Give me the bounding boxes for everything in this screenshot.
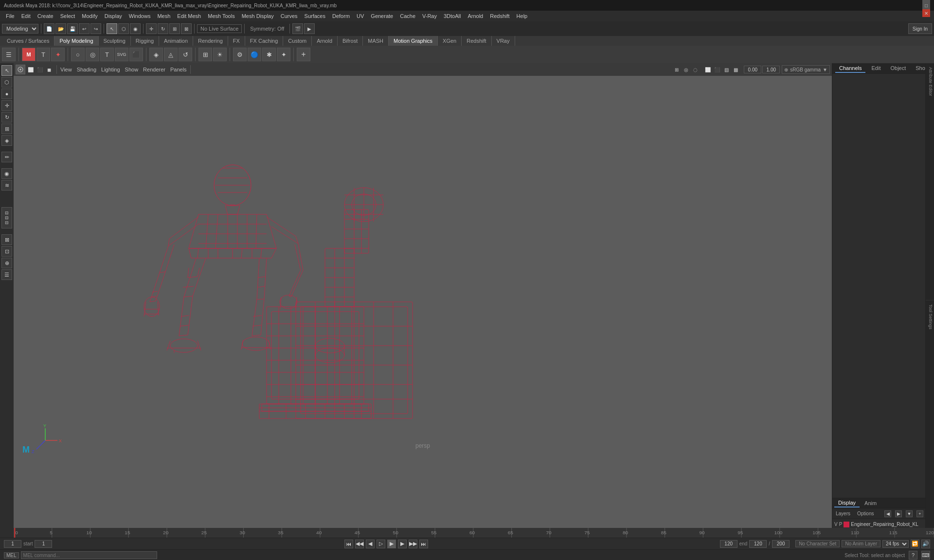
redo-btn[interactable]: ↪ — [90, 23, 101, 34]
start-frame-input[interactable] — [4, 540, 21, 548]
menu-edit-mesh[interactable]: Edit Mesh — [174, 12, 204, 20]
merge-tool[interactable]: ☰ — [1, 269, 12, 280]
shelf-tab-custom[interactable]: Custom — [283, 36, 312, 46]
no-live-surface[interactable]: No Live Surface — [197, 24, 242, 33]
shelf-tab-arnold[interactable]: Arnold — [312, 36, 338, 46]
end-frame-input[interactable] — [720, 540, 737, 548]
options-btn[interactable]: Options — [856, 511, 875, 516]
shelf-icon-svg[interactable]: SVG — [115, 48, 128, 61]
menu-arnold[interactable]: Arnold — [465, 12, 486, 20]
transform-tool-btn[interactable]: ⊠ — [181, 23, 192, 34]
vp-menu-shading[interactable]: Shading — [74, 66, 99, 73]
multi-cut-tool[interactable]: ⊠ — [1, 234, 12, 245]
vp-shaded-btn[interactable]: ◼ — [45, 65, 54, 74]
paint-tool-btn[interactable]: ◉ — [130, 23, 141, 34]
move-tool-left[interactable]: ✛ — [1, 100, 12, 111]
anim-tab[interactable]: Anim — [861, 499, 880, 507]
total-frames-input[interactable] — [772, 540, 790, 548]
shelf-icon-cube[interactable]: ⬛ — [129, 48, 143, 61]
paint-select-tool[interactable]: ● — [1, 88, 12, 99]
menu-curves[interactable]: Curves — [278, 12, 301, 20]
curve-tool[interactable]: ≋ — [1, 180, 12, 191]
shelf-icon-9[interactable]: ⚙ — [233, 48, 247, 61]
save-scene-btn[interactable]: 💾 — [67, 23, 78, 34]
shelf-tab-vray[interactable]: VRay — [492, 36, 515, 46]
lasso-select-tool[interactable]: ⬡ — [1, 77, 12, 88]
help-line-btn[interactable]: ? — [909, 551, 917, 560]
go-end-btn[interactable]: ⏭ — [419, 540, 428, 548]
shelf-icon-torus[interactable]: ◎ — [86, 48, 99, 61]
menu-edit[interactable]: Edit — [18, 12, 34, 20]
vp-menu-view[interactable]: View — [58, 66, 74, 73]
layer-v-label[interactable]: V — [834, 522, 838, 527]
shelf-tab-fx[interactable]: FX — [228, 36, 245, 46]
layers-btn[interactable]: Layers — [834, 511, 852, 516]
vp-xray-btn[interactable]: ◌ — [691, 65, 700, 74]
soft-select-tool[interactable]: ◉ — [1, 168, 12, 179]
shelf-icon-text[interactable]: T — [100, 48, 114, 61]
menu-vray[interactable]: V-Ray — [419, 12, 440, 20]
menu-cache[interactable]: Cache — [397, 12, 418, 20]
command-btn[interactable]: ⌨ — [921, 551, 930, 560]
no-character-set-btn[interactable]: No Character Set — [795, 540, 840, 547]
shelf-icon-2[interactable]: T — [36, 48, 50, 61]
vp-menu-lighting[interactable]: Lighting — [99, 66, 123, 73]
shelf-tab-bifrost[interactable]: Bifrost — [338, 36, 363, 46]
shelf-icon-menu[interactable]: ☰ — [2, 48, 16, 61]
shelf-icon-3[interactable]: ✦ — [51, 48, 65, 61]
render-btn[interactable]: 🎬 — [292, 23, 303, 34]
shelf-tab-rendering[interactable]: Rendering — [193, 36, 228, 46]
shelf-icon-4[interactable]: ◈ — [149, 48, 163, 61]
shelf-icon-1[interactable]: M — [22, 48, 36, 61]
layer-arrow-right[interactable]: ▶ — [895, 510, 902, 517]
play-back-btn[interactable]: ▷ — [377, 540, 385, 548]
mode-dropdown[interactable]: Modeling — [2, 24, 38, 34]
lasso-tool-btn[interactable]: ⬡ — [118, 23, 129, 34]
rotate-tool-left[interactable]: ↻ — [1, 112, 12, 122]
vp-grid-btn[interactable]: ⊞ — [672, 65, 681, 74]
gamma-display[interactable]: ⊕ sRGB gamma ▼ — [782, 65, 830, 74]
shelf-tab-mash[interactable]: MASH — [363, 36, 389, 46]
menu-mesh-display[interactable]: Mesh Display — [239, 12, 277, 20]
layer-arrow-left[interactable]: ◀ — [884, 510, 891, 517]
vp-near-clip[interactable] — [744, 66, 761, 73]
tool-settings-tab[interactable]: Tool Settings — [926, 300, 934, 538]
menu-3dtoall[interactable]: 3DtoAll — [441, 12, 464, 20]
menu-uv[interactable]: UV — [354, 12, 367, 20]
object-tab[interactable]: Object — [886, 64, 910, 73]
timeline[interactable]: 0 5 10 15 20 25 30 35 40 45 50 55 60 — [14, 528, 934, 538]
vp-far-clip[interactable] — [762, 66, 780, 73]
vp-menu-renderer[interactable]: Renderer — [141, 66, 168, 73]
scale-tool-btn[interactable]: ⊞ — [169, 23, 180, 34]
show-manip-tool[interactable]: ◈ — [1, 135, 12, 146]
go-start-btn[interactable]: ⏮ — [344, 540, 353, 548]
menu-create[interactable]: Create — [35, 12, 56, 20]
shelf-tab-poly-modeling[interactable]: Poly Modeling — [54, 36, 98, 46]
menu-surfaces[interactable]: Surfaces — [302, 12, 328, 20]
shelf-icon-6[interactable]: ↺ — [179, 48, 192, 61]
symmetry-off[interactable]: Symmetry: Off — [247, 25, 287, 33]
next-frame-btn[interactable]: ▶ — [398, 540, 407, 548]
audio-btn[interactable]: 🔊 — [921, 540, 930, 548]
prev-frame-btn[interactable]: ◀ — [366, 540, 375, 548]
no-anim-layer-btn[interactable]: No Anim Layer — [842, 540, 880, 547]
loop-btn[interactable]: 🔁 — [911, 540, 919, 548]
vp-mode-3[interactable]: ▧ — [722, 65, 731, 74]
layer-arrow-down[interactable]: ▼ — [906, 510, 913, 517]
bevel-tool[interactable]: ⊡ — [1, 246, 12, 257]
shelf-tab-curves-surfaces[interactable]: Curves / Surfaces — [2, 36, 54, 46]
display-tab[interactable]: Display — [834, 499, 860, 508]
shelf-tab-sculpting[interactable]: Sculpting — [99, 36, 131, 46]
menu-file[interactable]: File — [3, 12, 18, 20]
menu-generate[interactable]: Generate — [368, 12, 396, 20]
sculpt-tool[interactable]: ✏ — [1, 152, 12, 162]
shelf-tab-animation[interactable]: Animation — [159, 36, 193, 46]
menu-display[interactable]: Display — [102, 12, 125, 20]
shelf-icon-12[interactable]: ✦ — [277, 48, 290, 61]
extrude-tool[interactable]: ⊕ — [1, 258, 12, 268]
menu-select[interactable]: Select — [57, 12, 78, 20]
attr-editor-tab[interactable]: Attribute Editor — [926, 63, 934, 300]
3d-viewport[interactable]: persp X Y Z M — [14, 76, 832, 528]
close-button[interactable]: ✕ — [922, 9, 930, 17]
select-tool-btn[interactable]: ↖ — [107, 23, 117, 34]
